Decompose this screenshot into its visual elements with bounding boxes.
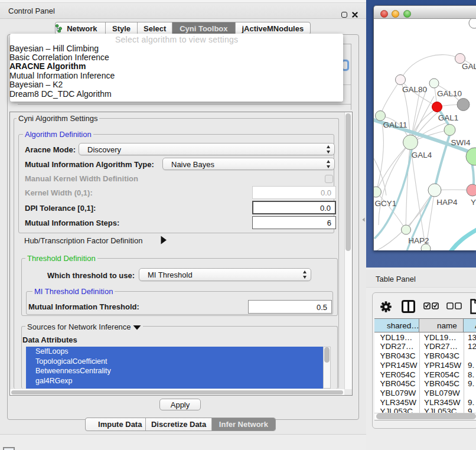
svg-text:GAL7: GAL7 (462, 62, 476, 71)
svg-text:HAP2: HAP2 (408, 236, 429, 245)
svg-text:SWI4: SWI4 (451, 138, 470, 147)
svg-text:GAL11: GAL11 (383, 120, 407, 129)
svg-text:HAP4: HAP4 (436, 198, 458, 207)
svg-text:GAL10: GAL10 (437, 89, 462, 98)
svg-text:GCY1: GCY1 (375, 199, 397, 208)
svg-text:GAL1: GAL1 (438, 113, 459, 122)
svg-text:Y: Y (471, 198, 476, 207)
svg-text:GAL4: GAL4 (412, 151, 432, 159)
svg-text:GAL80: GAL80 (402, 85, 427, 94)
